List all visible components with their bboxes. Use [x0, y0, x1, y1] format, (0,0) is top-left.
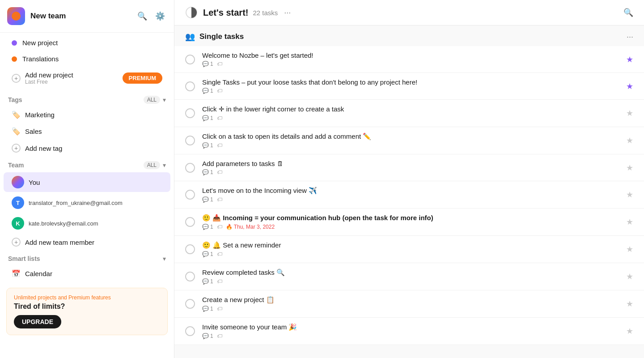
- add-team-member[interactable]: + Add new team member: [4, 234, 170, 250]
- task-meta: 💬 1 🏷: [202, 169, 621, 175]
- task-title: Invite someone to your team 🎉: [202, 323, 621, 331]
- add-new-tag[interactable]: + Add new tag: [4, 140, 170, 156]
- sidebar-item-translations[interactable]: Translations: [4, 51, 170, 67]
- main-content: Let's start! 22 tasks ··· 🔍 👥 Single tas…: [174, 0, 644, 358]
- smart-list-calendar[interactable]: 📅 Calendar: [4, 265, 170, 282]
- half-circle-icon: [185, 6, 198, 19]
- task-meta: 💬 1 🏷: [202, 196, 621, 203]
- task-title: Let's move on to the Incoming view ✈️: [202, 187, 621, 195]
- task-comments: 💬 1: [202, 142, 213, 149]
- task-row[interactable]: Single Tasks – put your loose tasks that…: [174, 73, 644, 100]
- task-checkbox[interactable]: [185, 272, 195, 281]
- task-content: 🙂 🔔 Set a new reminder 💬 1 🏷: [202, 241, 621, 257]
- team-all-badge[interactable]: ALL: [144, 161, 160, 169]
- settings-button[interactable]: ⚙️: [153, 9, 167, 23]
- add-tag-label: Add new tag: [25, 145, 62, 152]
- task-checkbox[interactable]: [185, 163, 195, 173]
- task-count: 22 tasks: [253, 9, 278, 17]
- avatar-you: [12, 176, 24, 188]
- main-search-button[interactable]: 🔍: [623, 8, 633, 17]
- task-star[interactable]: ★: [626, 326, 633, 336]
- tags-title: Tags: [8, 96, 144, 103]
- premium-button[interactable]: PREMIUM: [123, 72, 162, 84]
- tag-icon: 🏷: [217, 306, 222, 312]
- section-more-button[interactable]: ···: [627, 32, 633, 42]
- project-label-translations: Translations: [22, 55, 59, 63]
- task-row[interactable]: Create a new project 📋 💬 1 🏷 ★: [174, 290, 644, 318]
- task-star[interactable]: ★: [626, 190, 633, 200]
- task-checkbox[interactable]: [185, 217, 195, 227]
- avatar-translator: T: [12, 196, 24, 209]
- add-project-label: Add new project: [25, 71, 73, 79]
- sidebar: New team 🔍 ⚙️ New project Translations +…: [0, 0, 174, 358]
- member-kate[interactable]: K kate.brolevsky@email.com: [4, 213, 170, 233]
- task-content: Click on a task to open its details and …: [202, 132, 621, 149]
- add-project-icon: +: [12, 74, 21, 83]
- task-row[interactable]: Add parameters to tasks 🗓 💬 1 🏷 ★: [174, 154, 644, 181]
- task-meta: 💬 1 🏷: [202, 306, 621, 312]
- task-rows-container: Welcome to Nozbe – let's get started! 💬 …: [174, 46, 644, 345]
- task-checkbox[interactable]: [185, 55, 195, 64]
- tag-marketing[interactable]: 🏷️ Marketing: [4, 107, 170, 123]
- task-meta: 💬 1 🏷: [202, 61, 621, 67]
- task-row[interactable]: 🙂 📥 Incoming = your communication hub (o…: [174, 209, 644, 236]
- task-row[interactable]: Welcome to Nozbe – let's get started! 💬 …: [174, 46, 644, 73]
- comment-count: 1: [210, 88, 213, 94]
- task-checkbox[interactable]: [185, 299, 195, 309]
- comment-icon: 💬: [202, 115, 209, 121]
- comment-icon: 💬: [202, 169, 209, 175]
- sidebar-item-new-project[interactable]: New project: [4, 35, 170, 51]
- task-title: Single Tasks – put your loose tasks that…: [202, 78, 621, 86]
- task-meta: 💬 1 🏷: [202, 251, 621, 257]
- task-comments: 💬 1: [202, 169, 213, 175]
- tags-all-badge[interactable]: ALL: [144, 96, 160, 104]
- task-checkbox[interactable]: [185, 326, 195, 336]
- task-star[interactable]: ★: [626, 108, 633, 118]
- upgrade-button[interactable]: UPGRADE: [14, 315, 61, 328]
- main-more-button[interactable]: ···: [281, 7, 293, 18]
- app-logo: [7, 7, 25, 25]
- task-comments: 💬 1: [202, 306, 213, 312]
- member-you[interactable]: You: [4, 172, 170, 192]
- task-row[interactable]: Let's move on to the Incoming view ✈️ 💬 …: [174, 181, 644, 209]
- task-star[interactable]: ★: [626, 81, 633, 91]
- task-star[interactable]: ★: [626, 244, 633, 254]
- task-checkbox[interactable]: [185, 190, 195, 200]
- task-meta: 💬 1 🏷: [202, 278, 621, 285]
- tags-chevron[interactable]: ▾: [163, 96, 166, 103]
- smart-lists-chevron[interactable]: ▾: [163, 255, 166, 262]
- add-member-label: Add new team member: [25, 239, 94, 246]
- add-project-item[interactable]: + Add new project Last Free PREMIUM: [4, 67, 170, 89]
- task-checkbox[interactable]: [185, 136, 195, 145]
- task-meta: 💬 1 🏷: [202, 88, 621, 94]
- task-star[interactable]: ★: [626, 299, 633, 309]
- tag-icon: 🏷: [217, 278, 222, 285]
- team-section-header: Team ALL ▾: [0, 157, 174, 172]
- comment-count: 1: [210, 224, 213, 230]
- tags-section-header: Tags ALL ▾: [0, 91, 174, 107]
- task-content: 🙂 📥 Incoming = your communication hub (o…: [202, 214, 621, 230]
- team-title: Team: [8, 162, 144, 169]
- task-star[interactable]: ★: [626, 136, 633, 145]
- task-comments: 💬 1: [202, 224, 213, 230]
- task-meta: 💬 1 🏷: [202, 142, 621, 149]
- task-list: 👥 Single tasks ··· Welcome to Nozbe – le…: [174, 26, 644, 358]
- team-chevron[interactable]: ▾: [163, 162, 166, 169]
- task-checkbox[interactable]: [185, 108, 195, 118]
- task-row[interactable]: Review completed tasks 🔍 💬 1 🏷 ★: [174, 263, 644, 290]
- marketing-label: Marketing: [25, 111, 55, 119]
- task-star[interactable]: ★: [626, 55, 633, 64]
- search-button[interactable]: 🔍: [136, 9, 149, 23]
- task-row[interactable]: Invite someone to your team 🎉 💬 1 🏷 ★: [174, 318, 644, 345]
- task-star[interactable]: ★: [626, 217, 633, 227]
- task-checkbox[interactable]: [185, 244, 195, 254]
- task-row[interactable]: 🙂 🔔 Set a new reminder 💬 1 🏷 ★: [174, 236, 644, 263]
- task-star[interactable]: ★: [626, 163, 633, 173]
- task-checkbox[interactable]: [185, 81, 195, 91]
- tag-sales[interactable]: 🏷️ Sales: [4, 124, 170, 139]
- comment-icon: 💬: [202, 333, 209, 339]
- task-star[interactable]: ★: [626, 272, 633, 281]
- member-translator[interactable]: T translator_from_ukraine@gmail.com: [4, 193, 170, 213]
- task-row[interactable]: Click on a task to open its details and …: [174, 127, 644, 154]
- task-row[interactable]: Click ✛ in the lower right corner to cre…: [174, 100, 644, 127]
